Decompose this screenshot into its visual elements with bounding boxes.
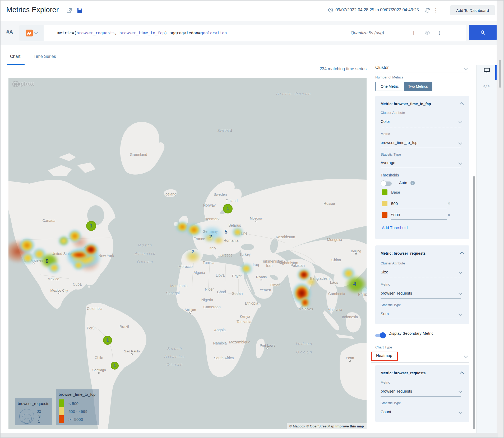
tab-time-series[interactable]: Time Series bbox=[34, 54, 56, 59]
cluster-attribute-select[interactable]: Size bbox=[381, 270, 464, 274]
search-button[interactable] bbox=[469, 25, 497, 40]
share-icon[interactable] bbox=[66, 7, 72, 14]
panel-browser-requests: Metric: browser_requests Cluster Attribu… bbox=[375, 245, 469, 324]
attribution-mapbox[interactable]: © Mapbox bbox=[289, 424, 305, 428]
city-dot bbox=[261, 279, 262, 281]
metric-select[interactable]: browser_time_to_fcp bbox=[381, 140, 464, 145]
monitor-icon[interactable] bbox=[483, 67, 490, 75]
cluster-count[interactable]: 2 bbox=[209, 234, 212, 240]
query-segment: metric=( bbox=[57, 31, 76, 35]
time-range[interactable]: 09/07/2022 04:28:25 to 09/07/2022 04:43:… bbox=[328, 7, 419, 13]
chart-type-selector[interactable] bbox=[20, 25, 44, 41]
ocean-label: Ocean bbox=[167, 362, 183, 367]
collapse-icon[interactable] bbox=[460, 252, 464, 256]
window-scrollbar-thumb[interactable] bbox=[499, 60, 501, 88]
save-icon[interactable] bbox=[77, 7, 83, 14]
country-label: Iran bbox=[266, 263, 272, 268]
add-threshold-link[interactable]: Add Threshold bbox=[382, 225, 408, 230]
auto-thresholds-toggle[interactable] bbox=[382, 181, 392, 186]
cluster-attribute-select[interactable]: Color bbox=[381, 119, 464, 124]
remove-threshold-icon[interactable]: ✕ bbox=[447, 212, 451, 217]
metric-select[interactable]: browser_requests bbox=[381, 389, 464, 393]
metric-select[interactable]: browser_requests bbox=[381, 291, 464, 295]
cluster-attribute-label: Cluster Attribute bbox=[381, 111, 405, 115]
city-label: Riyadh bbox=[256, 275, 267, 279]
collapse-icon[interactable] bbox=[460, 371, 464, 376]
cluster-count[interactable]: 2 bbox=[192, 249, 194, 255]
country-label: Mauritania bbox=[170, 284, 187, 288]
cluster-type-value: Cluster bbox=[375, 65, 389, 70]
cluster-settings-sidebar: Cluster Number of Metrics One Metric Two… bbox=[370, 65, 474, 434]
statistic-type-select[interactable]: Sum bbox=[381, 311, 464, 316]
country-label: Chile bbox=[95, 356, 103, 360]
legend-size-value: 1 bbox=[38, 419, 40, 423]
map-attribution: © Mapbox © OpenStreetMap Improve this ma… bbox=[287, 423, 367, 429]
query-segment: browser_requests bbox=[76, 31, 115, 35]
threshold-color-swatch bbox=[382, 189, 387, 195]
city-dot bbox=[98, 372, 100, 374]
country-label: Malaysia bbox=[327, 307, 342, 312]
tab-bar: Chart Time Series bbox=[1, 52, 503, 65]
improve-map-link[interactable]: Improve this map bbox=[335, 424, 364, 428]
header-kebab-icon[interactable]: ⋮ bbox=[433, 7, 438, 13]
cluster-marker[interactable]: 1 bbox=[111, 362, 119, 370]
threshold-value-input[interactable]: 5000 bbox=[391, 213, 400, 217]
collapse-icon[interactable] bbox=[460, 102, 464, 106]
cluster-marker[interactable]: 1 bbox=[86, 221, 96, 231]
chart-type-select[interactable]: Heatmap bbox=[375, 353, 468, 361]
mapbox-logo[interactable]: mapbox bbox=[12, 81, 34, 87]
query-row: #A metric=(browser_requests, browser_tim… bbox=[1, 21, 503, 45]
search-icon bbox=[480, 30, 485, 35]
country-label: Chad bbox=[217, 290, 226, 294]
city-label: Abidjan bbox=[184, 308, 196, 312]
query-input[interactable]: metric=(browser_requests, browser_time_t… bbox=[57, 25, 227, 41]
country-label: Tanzania bbox=[237, 320, 251, 324]
one-metric-button[interactable]: One Metric bbox=[376, 82, 404, 91]
statistic-type-select[interactable]: Count bbox=[381, 409, 464, 414]
add-to-dashboard-button[interactable]: Add To Dashboard bbox=[450, 5, 495, 15]
ocean-label: Arctic Ocean bbox=[276, 91, 312, 96]
country-label: Nigeria bbox=[201, 298, 213, 302]
country-label: Indonesia bbox=[342, 315, 358, 319]
header: Metrics Explorer 09/07/2022 04:28:25 to … bbox=[1, 1, 503, 21]
size-legend: browser_requests 32 3 1 bbox=[15, 398, 52, 425]
country-label: Pakistan bbox=[290, 263, 305, 268]
add-query-icon[interactable]: + bbox=[412, 29, 416, 37]
query-box[interactable]: metric=(browser_requests, browser_time_t… bbox=[20, 25, 466, 41]
cluster-type-select[interactable]: Cluster bbox=[375, 65, 468, 72]
country-label: Libya bbox=[216, 273, 224, 277]
code-view-icon[interactable]: </> bbox=[483, 84, 490, 88]
cluster-count[interactable]: 5 bbox=[224, 229, 227, 235]
legend-swatch bbox=[59, 407, 64, 415]
display-secondary-metric-toggle[interactable] bbox=[375, 334, 385, 337]
cluster-marker[interactable]: 1 bbox=[223, 204, 233, 213]
cluster-count[interactable]: 9 bbox=[45, 258, 48, 264]
geo-heatmap[interactable]: CanadaGreenlandIcelandSvalbardNorwaySwed… bbox=[8, 78, 367, 429]
country-label: China bbox=[331, 258, 341, 262]
remove-threshold-icon[interactable]: ✕ bbox=[447, 201, 451, 206]
info-icon[interactable]: i bbox=[410, 181, 415, 185]
legend-circle-small bbox=[24, 418, 30, 424]
legend-size-value: 3 bbox=[38, 414, 40, 418]
chart-type-label: Chart Type bbox=[375, 345, 392, 349]
country-label: Namibia bbox=[213, 341, 226, 345]
cluster-marker[interactable]: 1 bbox=[103, 336, 112, 345]
two-metrics-button[interactable]: Two Metrics bbox=[404, 82, 432, 91]
attribution-osm[interactable]: © OpenStreetMap bbox=[306, 424, 334, 428]
eye-icon[interactable] bbox=[424, 30, 430, 36]
metric-label: Metric bbox=[381, 282, 390, 286]
cluster-count[interactable]: 4 bbox=[353, 281, 356, 287]
color-legend-item: < 500 bbox=[59, 399, 78, 407]
city-label: Perth bbox=[346, 356, 354, 360]
country-label: Laos bbox=[330, 280, 338, 285]
window-scrollbar-track[interactable] bbox=[497, 1, 503, 437]
sidebar-scrollbar[interactable] bbox=[473, 176, 475, 429]
threshold-value-input[interactable]: 500 bbox=[391, 201, 398, 206]
query-kebab-icon[interactable]: ⋮ bbox=[437, 30, 442, 36]
tab-chart[interactable]: Chart bbox=[10, 54, 20, 59]
ocean-label: South bbox=[167, 346, 183, 351]
country-label: Turkey bbox=[239, 252, 251, 257]
statistic-type-select[interactable]: Average bbox=[381, 160, 464, 165]
refresh-icon[interactable] bbox=[425, 7, 431, 14]
country-label: Norway bbox=[203, 203, 215, 207]
